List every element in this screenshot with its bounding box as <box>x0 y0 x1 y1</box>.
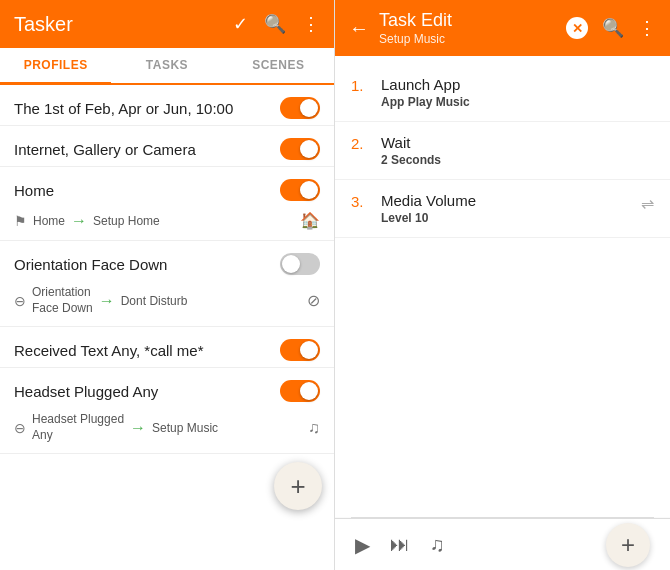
task-content-0: Launch App App Play Music <box>381 76 654 109</box>
close-icon[interactable]: ✕ <box>566 17 588 39</box>
profile-row-2: Home <box>0 167 334 207</box>
task-detail-0: App Play Music <box>381 95 654 109</box>
search-icon[interactable]: 🔍 <box>264 13 286 35</box>
toggle-3[interactable] <box>280 253 320 275</box>
task-item-2[interactable]: 3. Media Volume Level 10 ⇌ <box>335 180 670 238</box>
profile-sub-task-2: Setup Home <box>93 214 160 228</box>
toggle-knob-4 <box>300 341 318 359</box>
toggle-knob-2 <box>300 181 318 199</box>
right-bottom-toolbar: ▶ ⏭ ♫ + <box>335 518 670 570</box>
profile-sub-left-label-2: Home <box>33 214 65 228</box>
profile-name-3: Orientation Face Down <box>14 256 167 273</box>
task-title-2: Media Volume <box>381 192 631 209</box>
toggle-knob-3 <box>282 255 300 273</box>
back-icon[interactable]: ← <box>349 17 369 40</box>
task-detail-value-0: Play Music <box>408 95 470 109</box>
task-list: 1. Launch App App Play Music 2. Wait 2 S… <box>335 56 670 517</box>
task-item-0[interactable]: 1. Launch App App Play Music <box>335 64 670 122</box>
toggle-4[interactable] <box>280 339 320 361</box>
right-header-icons: ✕ 🔍 ⋮ <box>566 17 656 39</box>
profile-sub-row-3: ⊖ OrientationFace Down → Dont Disturb ⊘ <box>0 281 334 326</box>
task-title-1: Wait <box>381 134 654 151</box>
app-title: Tasker <box>14 13 73 36</box>
left-header-icons: ✓ 🔍 ⋮ <box>233 13 320 35</box>
play-icon[interactable]: ▶ <box>355 533 370 557</box>
task-number-2: 3. <box>351 192 371 210</box>
left-header: Tasker ✓ 🔍 ⋮ <box>0 0 334 48</box>
music-list-icon[interactable]: ♫ <box>430 533 445 556</box>
profile-name-5: Headset Plugged Any <box>14 383 158 400</box>
task-title-0: Launch App <box>381 76 654 93</box>
profile-sub-arrow-5: → <box>130 419 146 437</box>
skip-icon[interactable]: ⏭ <box>390 533 410 556</box>
toggle-knob-5 <box>300 382 318 400</box>
toggle-5[interactable] <box>280 380 320 402</box>
tab-tasks[interactable]: TASKS <box>111 48 222 83</box>
left-fab-wrapper: + <box>0 454 334 518</box>
profile-row-5: Headset Plugged Any <box>0 368 334 408</box>
task-number-1: 2. <box>351 134 371 152</box>
profile-sub-task-3: Dont Disturb <box>121 294 188 308</box>
task-content-2: Media Volume Level 10 <box>381 192 631 225</box>
right-more-icon[interactable]: ⋮ <box>638 17 656 39</box>
check-icon[interactable]: ✓ <box>233 13 248 35</box>
profile-item-1: Internet, Gallery or Camera <box>0 126 334 167</box>
task-edit-title: Task Edit <box>379 10 452 32</box>
profile-sub-left-label-5: Headset PluggedAny <box>32 412 124 443</box>
bottom-icons: ▶ ⏭ ♫ <box>355 533 445 557</box>
profile-list: The 1st of Feb, Apr or Jun, 10:00 Intern… <box>0 85 334 454</box>
profile-item-4: Received Text Any, *call me* <box>0 327 334 368</box>
profile-name-2: Home <box>14 182 54 199</box>
profile-sub-end-icon-5: ♫ <box>308 419 320 437</box>
task-detail-value-2: 10 <box>415 211 428 225</box>
right-header-left: ← Task Edit Setup Music <box>349 10 452 46</box>
task-item-1[interactable]: 2. Wait 2 Seconds <box>335 122 670 180</box>
task-right-icon-2: ⇌ <box>641 192 654 213</box>
toggle-0[interactable] <box>280 97 320 119</box>
task-content-1: Wait 2 Seconds <box>381 134 654 167</box>
profile-name-1: Internet, Gallery or Camera <box>14 141 196 158</box>
profile-row-1: Internet, Gallery or Camera <box>0 126 334 166</box>
profile-sub-arrow-2: → <box>71 212 87 230</box>
task-detail-label-0: App <box>381 95 408 109</box>
right-panel: ← Task Edit Setup Music ✕ 🔍 ⋮ 1. Launch … <box>335 0 670 570</box>
task-detail-2: Level 10 <box>381 211 631 225</box>
profile-sub-task-5: Setup Music <box>152 421 218 435</box>
profile-item-2: Home ⚑ Home → Setup Home 🏠 <box>0 167 334 241</box>
task-detail-value-1: 2 Seconds <box>381 153 441 167</box>
profile-sub-arrow-3: → <box>99 292 115 310</box>
profile-list-container: The 1st of Feb, Apr or Jun, 10:00 Intern… <box>0 85 334 570</box>
toggle-1[interactable] <box>280 138 320 160</box>
profile-sub-row-5: ⊖ Headset PluggedAny → Setup Music ♫ <box>0 408 334 453</box>
right-search-icon[interactable]: 🔍 <box>602 17 624 39</box>
profile-name-0: The 1st of Feb, Apr or Jun, 10:00 <box>14 100 233 117</box>
profile-item-0: The 1st of Feb, Apr or Jun, 10:00 <box>0 85 334 126</box>
profile-row-4: Received Text Any, *call me* <box>0 327 334 367</box>
profile-sub-row-2: ⚑ Home → Setup Home 🏠 <box>0 207 334 240</box>
profile-sub-left-label-3: OrientationFace Down <box>32 285 93 316</box>
task-edit-subtitle: Setup Music <box>379 32 452 46</box>
task-detail-label-2: Level <box>381 211 415 225</box>
task-detail-1: 2 Seconds <box>381 153 654 167</box>
profile-sub-end-icon-2: 🏠 <box>300 211 320 230</box>
profile-sub-left-icon-2: ⚑ <box>14 213 27 229</box>
profile-row-3: Orientation Face Down <box>0 241 334 281</box>
profile-name-4: Received Text Any, *call me* <box>14 342 204 359</box>
toggle-knob-0 <box>300 99 318 117</box>
profile-sub-left-icon-3: ⊖ <box>14 293 26 309</box>
task-number-0: 1. <box>351 76 371 94</box>
tab-scenes[interactable]: SCENES <box>223 48 334 83</box>
profile-item-3: Orientation Face Down ⊖ OrientationFace … <box>0 241 334 327</box>
toggle-2[interactable] <box>280 179 320 201</box>
profile-row-0: The 1st of Feb, Apr or Jun, 10:00 <box>0 85 334 125</box>
add-task-button[interactable]: + <box>606 523 650 567</box>
tabs-bar: PROFILES TASKS SCENES <box>0 48 334 85</box>
profile-sub-left-icon-5: ⊖ <box>14 420 26 436</box>
tab-profiles[interactable]: PROFILES <box>0 48 111 85</box>
more-icon[interactable]: ⋮ <box>302 13 320 35</box>
profile-item-5: Headset Plugged Any ⊖ Headset PluggedAny… <box>0 368 334 454</box>
profile-sub-end-icon-3: ⊘ <box>307 291 320 310</box>
left-panel: Tasker ✓ 🔍 ⋮ PROFILES TASKS SCENES The 1… <box>0 0 335 570</box>
right-header: ← Task Edit Setup Music ✕ 🔍 ⋮ <box>335 0 670 56</box>
add-profile-button[interactable]: + <box>274 462 322 510</box>
